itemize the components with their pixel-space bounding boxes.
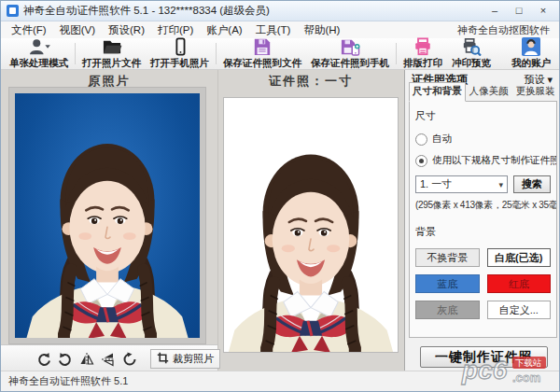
auto-size-label: 自动	[432, 133, 452, 146]
single-mode-label: 单张处理模式	[9, 57, 68, 70]
toolbar: 单张处理模式 打开照片文件 打开手机照片 保存证件照到文件 保存证件	[1, 38, 559, 70]
custom-background-button[interactable]: 自定义...	[487, 301, 552, 319]
select-chevron-down-icon: ▾	[498, 180, 503, 189]
background-section-title: 背景	[415, 225, 551, 239]
cutout-software-link[interactable]: 神奇全自动抠图软件	[457, 23, 555, 37]
minimize-button[interactable]: –	[483, 3, 507, 20]
print-preview-label: 冲印预览	[452, 57, 491, 70]
menu-help[interactable]: 帮助(H)	[297, 23, 346, 37]
status-text: 神奇全自动证件照软件 5.1	[8, 374, 128, 388]
menubar: 文件(F) 视图(V) 预设(R) 打印(P) 账户(A) 工具(T) 帮助(H…	[1, 21, 559, 38]
original-portrait-image	[15, 93, 200, 338]
open-phone-photo-button[interactable]: 打开手机照片	[146, 39, 214, 68]
crop-icon	[157, 352, 169, 366]
tab-beautify[interactable]: 人像美颜	[466, 82, 512, 102]
menu-view[interactable]: 视图(V)	[53, 23, 102, 37]
open-photo-file-label: 打开照片文件	[82, 57, 141, 70]
phone-icon	[170, 37, 190, 56]
window-controls: – □ ×	[483, 3, 555, 20]
make-id-photo-button[interactable]: 一键制作证件照	[420, 346, 548, 368]
app-window: 神奇全自动证件照软件 5.1 - 132****8334 (超级会员) – □ …	[0, 0, 560, 392]
size-spec-detail: (295像素 x 413像素，25毫米 x 35毫米)	[415, 199, 551, 212]
photo-edit-toolbar: 裁剪照片	[1, 344, 217, 372]
white-background-button[interactable]: 白底(已选)	[487, 248, 552, 267]
save-to-phone-icon	[340, 37, 360, 56]
layout-print-button[interactable]: 排版打印	[399, 39, 447, 68]
open-phone-photo-label: 打开手机照片	[150, 57, 209, 70]
background-buttons-grid: 不换背景 白底(已选) 蓝底 红底 灰底 自定义...	[415, 248, 551, 319]
save-floppy-icon	[252, 37, 273, 56]
id-photo-label: 证件照：一寸	[217, 73, 404, 90]
rotate-any-icon[interactable]	[122, 351, 137, 368]
toolbar-separator	[216, 43, 217, 64]
crop-photo-label: 裁剪照片	[173, 352, 214, 366]
size-background-tab-content: 尺寸 自动 使用以下规格尺寸制作证件照: 1. 一寸 ▾ 搜索 (295	[409, 101, 557, 338]
folder-icon	[102, 37, 122, 56]
tab-change-clothes[interactable]: 更换服装	[512, 82, 559, 102]
toolbar-separator	[75, 43, 76, 64]
options-tabs: 尺寸和背景 人像美颜 更换服装 美妆调整	[409, 86, 557, 102]
menu-print[interactable]: 打印(P)	[151, 23, 200, 37]
tab-size-background[interactable]: 尺寸和背景	[409, 82, 466, 102]
my-account-button[interactable]: 我的账户	[507, 39, 555, 68]
panel-divider	[217, 70, 218, 371]
rotate-right-icon[interactable]	[58, 351, 73, 368]
toolbar-spacer	[496, 39, 507, 68]
print-preview-icon	[461, 37, 482, 56]
spec-size-label: 使用以下规格尺寸制作证件照:	[432, 154, 557, 167]
id-portrait-image	[224, 98, 398, 352]
id-photo-options-panel: 证件照选项 预设 ▾ 尺寸和背景 人像美颜 更换服装 美妆调整 尺寸 自动	[404, 70, 559, 371]
flip-vertical-icon[interactable]	[101, 351, 116, 368]
original-photo[interactable]	[15, 93, 200, 338]
gray-background-button[interactable]: 灰底	[415, 301, 480, 319]
app-icon	[7, 5, 19, 17]
menu-file[interactable]: 文件(F)	[5, 23, 53, 37]
main-area: 原照片 证件照：一寸	[1, 70, 559, 371]
save-to-file-label: 保存证件照到文件	[223, 57, 301, 70]
person-mode-icon	[28, 37, 50, 56]
save-to-phone-button[interactable]: 保存证件照到手机	[306, 39, 394, 68]
red-background-button[interactable]: 红底	[487, 274, 552, 293]
window-title: 神奇全自动证件照软件 5.1 - 132****8334 (超级会员)	[23, 4, 270, 18]
size-spec-select[interactable]: 1. 一寸 ▾	[415, 175, 508, 193]
keep-background-button[interactable]: 不换背景	[415, 248, 480, 267]
toolbar-separator	[396, 43, 397, 64]
spec-size-radio-row[interactable]: 使用以下规格尺寸制作证件照:	[415, 154, 551, 167]
radio-unselected-icon[interactable]	[415, 133, 427, 146]
size-spec-value: 1. 一寸	[420, 177, 452, 191]
search-button[interactable]: 搜索	[513, 175, 551, 193]
menu-preset[interactable]: 预设(R)	[102, 23, 151, 37]
statusbar: 神奇全自动证件照软件 5.1	[1, 371, 559, 391]
menu-account[interactable]: 账户(A)	[200, 23, 248, 37]
auto-size-radio-row[interactable]: 自动	[415, 133, 551, 146]
printer-icon	[413, 37, 433, 56]
id-photo-preview[interactable]	[223, 97, 399, 353]
open-photo-file-button[interactable]: 打开照片文件	[77, 39, 146, 68]
maximize-button[interactable]: □	[507, 3, 531, 20]
titlebar: 神奇全自动证件照软件 5.1 - 132****8334 (超级会员) – □ …	[1, 1, 559, 21]
size-section-title: 尺寸	[415, 109, 551, 123]
save-to-phone-label: 保存证件照到手机	[311, 57, 389, 70]
close-button[interactable]: ×	[531, 3, 555, 20]
crop-photo-button[interactable]: 裁剪照片	[150, 349, 220, 369]
spec-select-row: 1. 一寸 ▾ 搜索	[415, 175, 551, 193]
my-account-label: 我的账户	[511, 57, 551, 70]
blue-background-button[interactable]: 蓝底	[415, 274, 480, 293]
original-photo-frame	[8, 87, 206, 344]
print-preview-button[interactable]: 冲印预览	[447, 39, 496, 68]
flip-horizontal-icon[interactable]	[79, 351, 94, 368]
menu-tools[interactable]: 工具(T)	[249, 23, 298, 37]
single-mode-button[interactable]: 单张处理模式	[5, 39, 73, 68]
radio-selected-icon[interactable]	[415, 155, 427, 167]
save-to-file-button[interactable]: 保存证件照到文件	[218, 39, 306, 68]
layout-print-label: 排版打印	[403, 57, 442, 70]
rotate-left-icon[interactable]	[36, 351, 51, 368]
account-avatar-icon	[522, 37, 540, 56]
